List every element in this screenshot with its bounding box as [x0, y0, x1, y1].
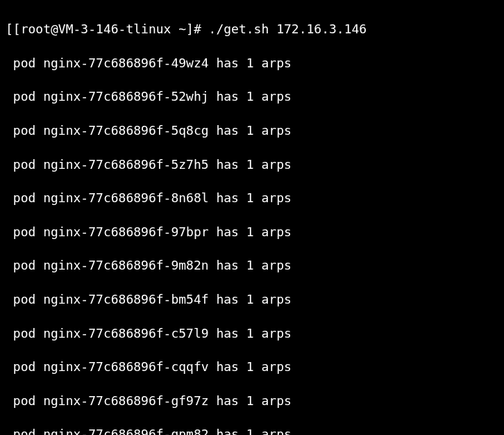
output-line: pod nginx-77c686896f-49wz4 has 1 arps — [6, 55, 498, 72]
output-line: pod nginx-77c686896f-5q8cg has 1 arps — [6, 122, 498, 139]
output-line: pod nginx-77c686896f-52whj has 1 arps — [6, 88, 498, 105]
output-line: pod nginx-77c686896f-9m82n has 1 arps — [6, 257, 498, 274]
output-line: pod nginx-77c686896f-c57l9 has 1 arps — [6, 325, 498, 342]
terminal-output: [[root@VM-3-146-tlinux ~]# ./get.sh 172.… — [0, 0, 504, 435]
output-line: pod nginx-77c686896f-97bpr has 1 arps — [6, 224, 498, 240]
output-line: pod nginx-77c686896f-gf97z has 1 arps — [6, 393, 498, 409]
command-prompt-line: [[root@VM-3-146-tlinux ~]# ./get.sh 172.… — [6, 21, 498, 38]
output-line: pod nginx-77c686896f-cqqfv has 1 arps — [6, 359, 498, 375]
output-line: pod nginx-77c686896f-5z7h5 has 1 arps — [6, 156, 498, 173]
output-line: pod nginx-77c686896f-gpm82 has 1 arps — [6, 426, 498, 435]
output-line: pod nginx-77c686896f-bm54f has 1 arps — [6, 291, 498, 308]
output-line: pod nginx-77c686896f-8n68l has 1 arps — [6, 190, 498, 206]
